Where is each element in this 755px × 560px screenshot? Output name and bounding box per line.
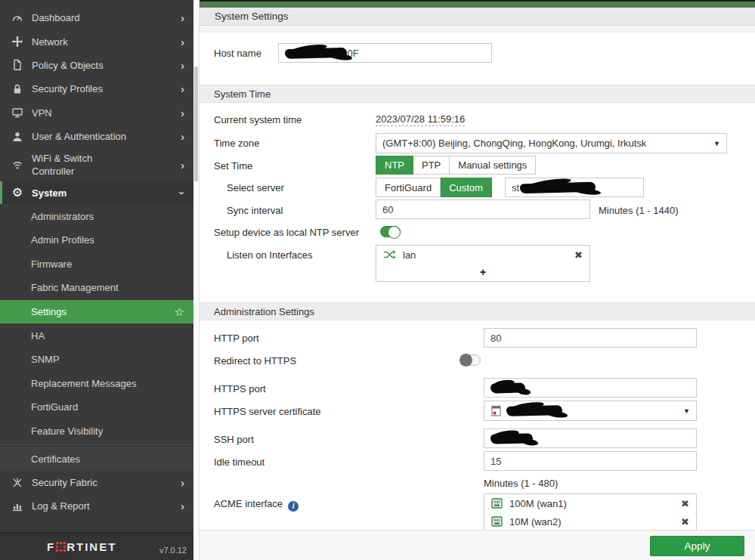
current-time-label: Current system time	[214, 114, 302, 125]
chevron-right-icon: ›	[181, 159, 184, 171]
sync-interval-input[interactable]: 60	[376, 200, 590, 219]
https-port-label: HTTPS port	[214, 383, 266, 394]
sidebar-item-security-fabric[interactable]: Security Fabric ›	[0, 471, 193, 494]
sidebar-item-firmware[interactable]: Firmware	[0, 252, 193, 277]
https-port-input[interactable]	[484, 378, 697, 398]
current-time-value[interactable]: 2023/07/28 11:59:16	[376, 113, 465, 126]
acme-interface-name: 10M (wan2)	[509, 516, 562, 528]
chevron-right-icon: ›	[181, 83, 184, 94]
sidebar-item-admin-profiles[interactable]: Admin Profiles	[0, 228, 193, 252]
section-title: System Time	[214, 88, 271, 100]
sidebar-item-dashboard[interactable]: Dashboard ›	[0, 6, 193, 29]
sidebar-item-security-profiles[interactable]: Security Profiles ›	[0, 77, 193, 101]
idle-timeout-label: Idle timeout	[214, 456, 265, 468]
sidebar-item-replacement-messages[interactable]: Replacement Messages	[0, 372, 193, 396]
sidebar-scrollbar-track[interactable]	[193, 0, 200, 560]
idle-timeout-value: 15	[490, 456, 501, 467]
submenu-label: Firmware	[31, 258, 72, 270]
sidebar-item-snmp[interactable]: SNMP	[0, 348, 193, 372]
gauge-icon	[11, 12, 24, 24]
section-title: Administration Settings	[214, 306, 314, 317]
section-system-time: System Time	[200, 85, 755, 103]
sidebar-item-network[interactable]: Network ›	[0, 29, 193, 53]
sidebar-item-fortiguard[interactable]: FortiGuard	[0, 395, 193, 419]
sidebar-item-feature-visibility[interactable]: Feature Visibility	[0, 419, 193, 444]
chevron-right-icon: ›	[181, 36, 184, 48]
set-time-label: Set Time	[214, 160, 252, 172]
https-certificate-select[interactable]: ▼	[484, 401, 697, 421]
lock-icon	[11, 83, 24, 95]
fortinet-logo: F RTINET	[47, 540, 116, 553]
firmware-version: v7.0.12	[159, 546, 187, 555]
sidebar-item-administrators[interactable]: Administrators	[0, 204, 193, 228]
sync-interval-hint: Minutes (1 - 1440)	[599, 205, 679, 216]
sidebar-item-settings-active[interactable]: Settings ☆	[0, 300, 193, 324]
policy-objects-icon	[11, 59, 24, 71]
submenu-label: HA	[31, 330, 45, 342]
host-name-input[interactable]: 100F	[278, 43, 492, 63]
select-server-segmented: FortiGuard Custom	[376, 178, 492, 197]
network-move-icon	[11, 36, 24, 48]
sidebar-footer: F RTINET v7.0.12	[0, 532, 193, 560]
idle-timeout-hint: Minutes (1 - 480)	[484, 478, 558, 489]
redaction-scribble	[506, 405, 562, 416]
sidebar-menu: Dashboard › Network › Policy & Objects ›…	[0, 0, 193, 518]
info-icon[interactable]: i	[288, 501, 299, 512]
sidebar-item-label: System	[32, 187, 67, 199]
submenu-label: Fabric Management	[31, 282, 119, 293]
interface-row-lan[interactable]: lan ✖	[376, 246, 589, 264]
sidebar-item-policy-objects[interactable]: Policy & Objects ›	[0, 54, 193, 77]
server-option-fortiguard[interactable]: FortiGuard	[376, 178, 441, 197]
sidebar-item-user-authentication[interactable]: User & Authentication ›	[0, 125, 193, 148]
submenu-label: Admin Profiles	[31, 234, 94, 246]
set-time-option-manual[interactable]: Manual settings	[450, 156, 536, 175]
http-port-input[interactable]: 80	[484, 328, 697, 348]
host-name-label: Host name	[214, 48, 261, 59]
remove-x-icon[interactable]: ✖	[681, 499, 689, 509]
sidebar-item-ha[interactable]: HA	[0, 323, 193, 348]
acme-row-wan2[interactable]: 10M (wan2) ✖	[484, 512, 696, 531]
local-ntp-label: Setup device as local NTP server	[214, 227, 359, 238]
local-ntp-toggle[interactable]	[380, 226, 401, 237]
submenu-label: Administrators	[31, 211, 94, 222]
redaction-scribble	[490, 433, 533, 444]
sidebar-item-wifi-switch-controller[interactable]: WiFi & Switch Controller ›	[0, 148, 193, 181]
listen-interfaces-label: Listen on Interfaces	[227, 249, 312, 261]
ethernet-port-icon	[491, 498, 503, 509]
set-time-option-ntp[interactable]: NTP	[376, 156, 413, 175]
idle-timeout-input[interactable]: 15	[484, 451, 697, 471]
acme-row-wan1[interactable]: 100M (wan1) ✖	[484, 494, 696, 512]
remove-x-icon[interactable]: ✖	[681, 517, 689, 527]
star-icon[interactable]: ☆	[175, 305, 184, 319]
logo-text: F	[47, 540, 55, 553]
certificate-icon	[490, 405, 502, 417]
submenu-label: Replacement Messages	[31, 378, 136, 389]
gear-icon: ⚙	[11, 187, 24, 199]
sidebar-item-fabric-management[interactable]: Fabric Management	[0, 276, 193, 300]
redaction-scribble	[520, 181, 596, 193]
ssh-port-input[interactable]	[484, 429, 697, 448]
sidebar-scrollbar-thumb[interactable]	[194, 67, 198, 181]
interface-name: lan	[403, 249, 416, 261]
add-interface-button[interactable]: +	[376, 264, 589, 280]
custom-server-input[interactable]: st	[505, 178, 644, 197]
apply-button[interactable]: Apply	[650, 536, 744, 556]
set-time-segmented: NTP PTP Manual settings	[376, 156, 536, 175]
remove-x-icon[interactable]: ✖	[574, 250, 583, 260]
chevron-right-icon: ›	[181, 60, 184, 71]
logo-text: RTINET	[67, 540, 116, 553]
sidebar-item-label: Network	[32, 36, 68, 48]
sidebar-item-system[interactable]: ⚙ System ›	[0, 181, 193, 204]
timezone-select[interactable]: (GMT+8:00) Beijing, ChongQing, HongKong,…	[376, 133, 727, 153]
sidebar-item-log-report[interactable]: Log & Report ›	[0, 494, 193, 518]
redirect-https-toggle[interactable]	[460, 354, 481, 366]
add-plus-icon: +	[480, 266, 486, 278]
sidebar-item-certificates[interactable]: Certificates	[0, 447, 193, 471]
dropdown-arrow-icon: ▼	[713, 140, 720, 147]
server-option-custom[interactable]: Custom	[441, 178, 492, 197]
header-gap	[200, 26, 755, 33]
set-time-option-ptp[interactable]: PTP	[413, 156, 450, 175]
sidebar-item-vpn[interactable]: VPN ›	[0, 101, 193, 125]
action-footer: Apply	[200, 530, 755, 560]
main-content: System Settings Host name 100F System Ti…	[200, 0, 755, 560]
